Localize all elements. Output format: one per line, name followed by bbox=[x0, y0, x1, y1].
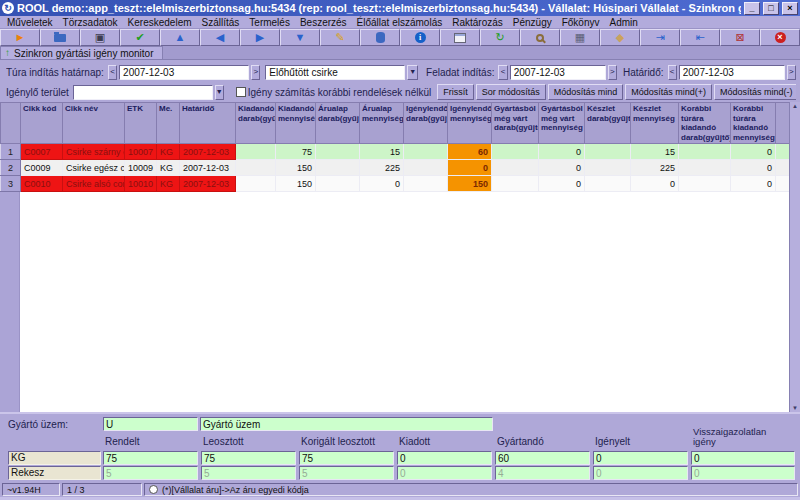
row-number[interactable]: 3 bbox=[1, 176, 21, 192]
gyartando-label: Gyártandó bbox=[497, 436, 544, 447]
search-button[interactable] bbox=[520, 29, 560, 46]
modositas-mind-plusz-button[interactable]: Módosítás mind(+) bbox=[625, 84, 712, 100]
rekesz-kiadott-field[interactable] bbox=[397, 466, 492, 480]
product-dropdown[interactable] bbox=[265, 65, 405, 80]
next-record-button[interactable]: ▶ bbox=[240, 29, 280, 46]
print-button[interactable]: ◆ bbox=[600, 29, 640, 46]
igeny-szamitas-checkbox[interactable] bbox=[236, 87, 246, 97]
scroll-down-icon[interactable]: ▼ bbox=[792, 405, 798, 411]
igeny-szamitas-checkbox-label: Igény számítás korábbi rendelések nélkül bbox=[248, 87, 433, 98]
rekesz-korigalt-field[interactable] bbox=[299, 466, 394, 480]
cell-gyartasbol-vart-mennyiseg: 0 bbox=[539, 160, 585, 176]
save-button[interactable]: ▣ bbox=[80, 29, 120, 46]
table-row[interactable]: 3 C0010 Csirke alsó comb eh. 10010 KG 20… bbox=[1, 176, 790, 192]
open-button[interactable] bbox=[40, 29, 80, 46]
import-icon: ⇤ bbox=[695, 32, 704, 43]
kg-kiadott-field[interactable] bbox=[397, 451, 492, 465]
kg-visszaigazolatlan-field[interactable] bbox=[691, 451, 795, 465]
database-button[interactable] bbox=[360, 29, 400, 46]
previous-record-button[interactable]: ◀ bbox=[200, 29, 240, 46]
cell-trailing bbox=[776, 160, 790, 176]
tab-szinkron-gyartasi-igeny-monitor[interactable]: ↑ Szinkron gyártási igény monitor bbox=[0, 46, 163, 59]
sor-modositas-button[interactable]: Sor módosítás bbox=[476, 84, 546, 100]
menu-torzsadatok[interactable]: Törzsadatok bbox=[58, 17, 123, 28]
kg-gyartando-field[interactable] bbox=[495, 451, 590, 465]
filter-panel: Túra indítás határnap: < > ▼ Feladat ind… bbox=[0, 60, 800, 102]
tura-date-field[interactable] bbox=[119, 65, 249, 80]
cell-hatarido: 2007-12-03 bbox=[180, 176, 236, 192]
col-korabbi-turara-darab: Korábbi túrára kiadandó darab(gyűjtő) bbox=[679, 103, 731, 144]
edit-button[interactable]: ✎ bbox=[320, 29, 360, 46]
igeny-monitor-table: Cikk kód Cikk név ETK Me. Határidő Kiada… bbox=[0, 102, 790, 192]
menu-eloallat-elszamolas[interactable]: Élőállat elszámolás bbox=[352, 17, 448, 28]
cell-cikk-kod: C0007 bbox=[21, 144, 63, 160]
cell-cikk-nev: Csirke alsó comb eh. bbox=[63, 176, 125, 192]
import-grid-button[interactable]: ⇤ bbox=[680, 29, 720, 46]
data-grid: Cikk kód Cikk név ETK Me. Határidő Kiada… bbox=[0, 102, 800, 412]
cell-igenylendo-darab bbox=[404, 144, 448, 160]
row-number[interactable]: 1 bbox=[1, 144, 21, 160]
kiadott-label: Kiadott bbox=[399, 436, 430, 447]
table-row[interactable]: 2 C0009 Csirke egész comb eh. 10009 KG 2… bbox=[1, 160, 790, 176]
hatarido-field[interactable] bbox=[679, 65, 785, 80]
tura-date-next-button[interactable]: > bbox=[251, 65, 260, 80]
minimize-button[interactable]: _ bbox=[744, 2, 760, 15]
record-position-label: 1 / 3 bbox=[62, 483, 142, 496]
hatarido-prev-button[interactable]: < bbox=[668, 65, 677, 80]
menu-admin[interactable]: Admin bbox=[605, 17, 643, 28]
rekesz-gyartando-field[interactable] bbox=[495, 466, 590, 480]
maximize-button[interactable]: □ bbox=[763, 2, 779, 15]
feladat-date-next-button[interactable]: > bbox=[608, 65, 617, 80]
confirm-button[interactable]: ✔ bbox=[120, 29, 160, 46]
export-grid-button[interactable]: ⇥ bbox=[640, 29, 680, 46]
gyarto-uzem-code-field[interactable] bbox=[103, 417, 198, 431]
feladat-date-prev-button[interactable]: < bbox=[498, 65, 507, 80]
rekesz-rendelt-field[interactable] bbox=[103, 466, 198, 480]
scroll-up-icon[interactable]: ▲ bbox=[792, 103, 798, 109]
status-bar: ~v1.94H 1 / 3 (*)[Vállalat áru]->Az áru … bbox=[0, 482, 800, 497]
rekesz-leosztott-field[interactable] bbox=[201, 466, 296, 480]
menu-termeles[interactable]: Termelés bbox=[244, 17, 295, 28]
kg-igenyelt-field[interactable] bbox=[593, 451, 688, 465]
menu-kereskedelem[interactable]: Kereskedelem bbox=[123, 17, 197, 28]
frissit-button[interactable]: Frissít bbox=[437, 84, 474, 100]
menu-raktarozas[interactable]: Raktározás bbox=[447, 17, 508, 28]
igenylo-terulet-dropdown[interactable] bbox=[73, 85, 213, 100]
col-me: Me. bbox=[157, 103, 180, 144]
arrow-up-icon: ▲ bbox=[175, 32, 186, 43]
row-number-header bbox=[1, 103, 21, 144]
kg-rendelt-field[interactable] bbox=[103, 451, 198, 465]
info-button[interactable]: i bbox=[400, 29, 440, 46]
form-button[interactable] bbox=[440, 29, 480, 46]
refresh-button[interactable]: ↻ bbox=[480, 29, 520, 46]
igenylo-dropdown-arrow-icon[interactable]: ▼ bbox=[215, 85, 224, 100]
kg-korigalt-field[interactable] bbox=[299, 451, 394, 465]
product-dropdown-arrow-icon[interactable]: ▼ bbox=[407, 65, 418, 80]
grid-close-button[interactable]: ⊠ bbox=[720, 29, 760, 46]
exit-button[interactable]: ► bbox=[0, 29, 40, 46]
menu-penzugy[interactable]: Pénzügy bbox=[508, 17, 557, 28]
rekesz-visszaigazolatlan-field[interactable] bbox=[691, 466, 795, 480]
first-record-button[interactable]: ▲ bbox=[160, 29, 200, 46]
row-number[interactable]: 2 bbox=[1, 160, 21, 176]
grid-button[interactable]: ▦ bbox=[560, 29, 600, 46]
gyarto-uzem-name-field[interactable] bbox=[200, 417, 493, 431]
feladat-date-field[interactable] bbox=[510, 65, 606, 80]
vertical-scrollbar[interactable]: ▲ ▼ bbox=[789, 102, 800, 412]
close-window-button[interactable]: × bbox=[782, 2, 798, 15]
vallalat-aru-radio[interactable] bbox=[149, 485, 158, 494]
kg-leosztott-field[interactable] bbox=[201, 451, 296, 465]
tura-date-prev-button[interactable]: < bbox=[108, 65, 117, 80]
menu-muveletek[interactable]: Műveletek bbox=[2, 17, 58, 28]
last-record-button[interactable]: ▼ bbox=[280, 29, 320, 46]
cell-korabbi-mennyiseg: 0 bbox=[731, 176, 776, 192]
modositas-mind-button[interactable]: Módosítás mind bbox=[548, 84, 624, 100]
menu-fokonyv[interactable]: Főkönyv bbox=[557, 17, 605, 28]
menu-szallitas[interactable]: Szállítás bbox=[197, 17, 245, 28]
close-screen-button[interactable]: × bbox=[760, 29, 800, 46]
table-row[interactable]: 1 C0007 Csirke szárny eh. 10007 KG 2007-… bbox=[1, 144, 790, 160]
menu-beszerzes[interactable]: Beszerzés bbox=[295, 17, 352, 28]
modositas-mind-minusz-button[interactable]: Módosítás mind(-) bbox=[714, 84, 796, 100]
rekesz-igenyelt-field[interactable] bbox=[593, 466, 688, 480]
hatarido-next-button[interactable]: > bbox=[787, 65, 796, 80]
